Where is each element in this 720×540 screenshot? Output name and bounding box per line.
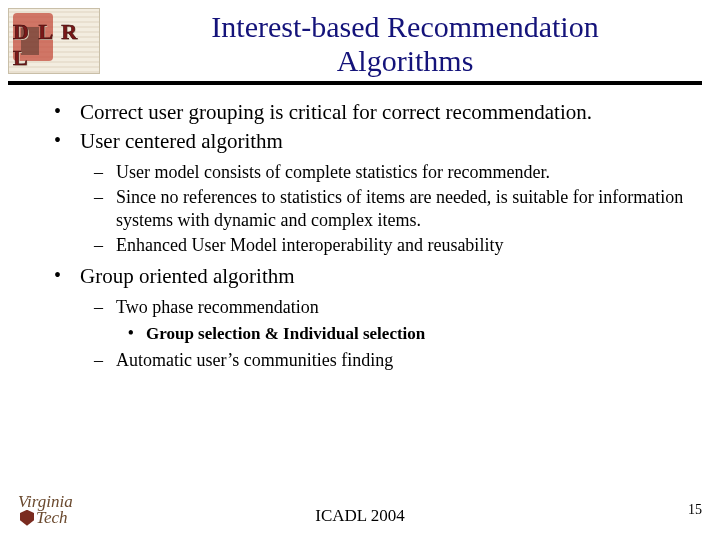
slide-body: Correct user grouping is critical for co… <box>0 85 720 372</box>
bullet-1: Correct user grouping is critical for co… <box>80 99 696 126</box>
dlrl-logo-text: D L R L <box>13 19 99 71</box>
footer-center-text: ICADL 2004 <box>315 506 405 526</box>
slide-header: D L R L Interest-based Recommendation Al… <box>0 0 720 77</box>
slide-footer: Virginia Tech ICADL 2004 15 <box>0 494 720 526</box>
bullet-2: User centered algorithm User model consi… <box>80 128 696 257</box>
slide-title: Interest-based Recommendation Algorithms <box>108 8 702 77</box>
title-line-2: Algorithms <box>337 44 474 77</box>
bullet-3-sub-1-sub: Group selection & Individual selection <box>146 323 696 345</box>
bullet-3-sub-1-text: Two phase recommendation <box>116 297 319 317</box>
virginia-tech-logo: Virginia Tech <box>18 494 73 526</box>
bullet-3-sub-2: Automatic user’s communities finding <box>116 349 696 372</box>
page-number: 15 <box>688 502 702 526</box>
vt-shield-icon <box>20 510 34 526</box>
bullet-2-sub-2: Since no references to statistics of ite… <box>116 186 696 232</box>
bullet-3: Group oriented algorithm Two phase recom… <box>80 263 696 372</box>
title-line-1: Interest-based Recommendation <box>211 10 598 43</box>
bullet-3-sub-1: Two phase recommendation Group selection… <box>116 296 696 345</box>
bullet-2-sub-1: User model consists of complete statisti… <box>116 161 696 184</box>
bullet-2-text: User centered algorithm <box>80 129 283 153</box>
bullet-2-sub-3: Enhanced User Model interoperability and… <box>116 234 696 257</box>
vt-line2: Tech <box>36 508 68 527</box>
dlrl-logo: D L R L <box>8 8 100 74</box>
bullet-3-text: Group oriented algorithm <box>80 264 295 288</box>
